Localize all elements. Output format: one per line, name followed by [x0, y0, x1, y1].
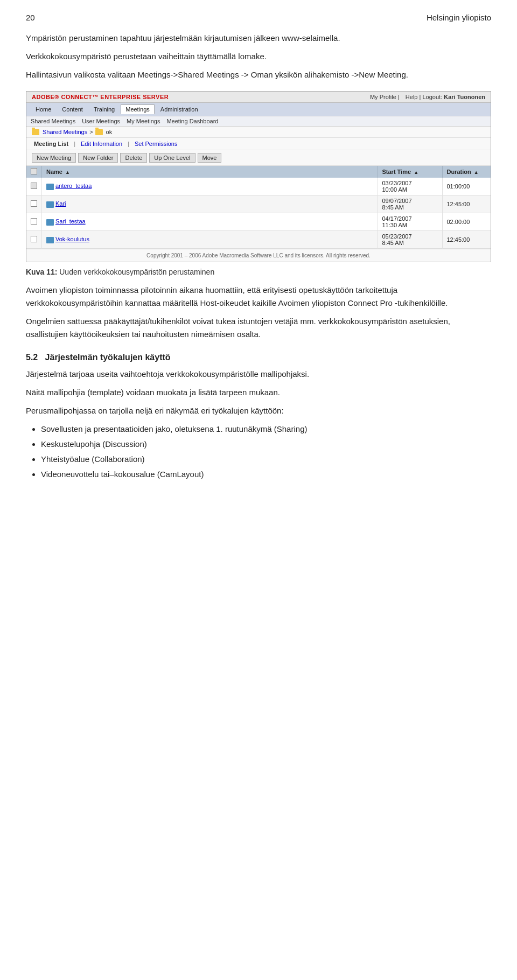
btn-up-one-level[interactable]: Up One Level: [149, 153, 195, 163]
caption-label: Kuva 11:: [26, 268, 57, 276]
list-item: Yhteistyöalue (Collaboration): [41, 453, 491, 466]
section-title: Järjestelmän työkalujen käyttö: [45, 353, 171, 362]
col-start-time[interactable]: Start Time ▲: [378, 166, 442, 178]
meeting-name-link[interactable]: Kari: [55, 200, 66, 207]
breadcrumb-shared-meetings[interactable]: Shared Meetings: [43, 129, 87, 135]
nav-administration[interactable]: Administration: [156, 104, 203, 114]
section-para-2: Näitä mallipohjia (template) voidaan muo…: [26, 386, 491, 399]
meeting-duration: 12:45:00: [442, 195, 491, 213]
list-item: Sovellusten ja presentaatioiden jako, ol…: [41, 423, 491, 436]
section-para-3: Perusmallipohjassa on tarjolla neljä eri…: [26, 404, 491, 417]
nav-meetings[interactable]: Meetings: [121, 104, 155, 114]
breadcrumb: Shared Meetings > ok: [26, 127, 491, 138]
intro-para-3: Hallintasivun valikosta valitaan Meeting…: [26, 68, 491, 81]
meeting-duration: 12:45:00: [442, 231, 491, 249]
actions-bar: Meeting List | Edit Information | Set Pe…: [26, 138, 491, 150]
action-edit-information[interactable]: Edit Information: [79, 140, 124, 148]
row-checkbox[interactable]: [31, 236, 37, 242]
meeting-start-time: 05/23/2007 8:45 AM: [378, 231, 442, 249]
table-row: Sari_testaa04/17/2007 11:30 AM02:00:00: [26, 213, 491, 231]
nav-training[interactable]: Training: [89, 104, 120, 114]
folder-icon-current: [95, 129, 103, 135]
meeting-name-link[interactable]: antero_testaa: [55, 183, 92, 189]
col-checkbox: [26, 166, 42, 178]
list-item: Videoneuvottelu tai–kokousalue (CamLayou…: [41, 468, 491, 481]
toolbar: New Meeting New Folder Delete Up One Lev…: [26, 150, 491, 166]
subnav-my-meetings[interactable]: My Meetings: [127, 118, 160, 124]
meeting-icon: [46, 201, 54, 208]
meeting-icon: [46, 184, 54, 190]
ac-footer: Copyright 2001 – 2006 Adobe Macromedia S…: [26, 249, 491, 262]
btn-new-meeting[interactable]: New Meeting: [32, 153, 76, 163]
intro-para-1: Ympäristön perustaminen tapahtuu järjest…: [26, 32, 491, 45]
bullet-list: Sovellusten ja presentaatioiden jako, ol…: [41, 423, 491, 481]
university-name: Helsingin yliopisto: [427, 13, 491, 22]
action-meeting-list[interactable]: Meeting List: [32, 140, 71, 148]
ac-top-bar: ADOBE® CONNECT™ ENTERPRISE SERVER My Pro…: [26, 92, 491, 103]
row-checkbox[interactable]: [31, 183, 37, 189]
section-number: 5.2: [26, 353, 38, 362]
btn-new-folder[interactable]: New Folder: [78, 153, 118, 163]
ac-logo: ADOBE® CONNECT™ ENTERPRISE SERVER: [32, 94, 169, 100]
row-checkbox[interactable]: [31, 218, 37, 225]
section-para-1: Järjestelmä tarjoaa useita vaihtoehtoja …: [26, 368, 491, 381]
table-row: Vok-koulutus05/23/2007 8:45 AM12:45:00: [26, 231, 491, 249]
list-item: Keskustelupohja (Discussion): [41, 438, 491, 451]
col-name[interactable]: Name ▲: [42, 166, 378, 178]
intro-para-2: Verkkokokousympäristö perustetaan vaihei…: [26, 50, 491, 63]
ac-nav-bar: Home Content Training Meetings Administr…: [26, 103, 491, 116]
row-checkbox[interactable]: [31, 200, 37, 207]
meeting-start-time: 09/07/2007 8:45 AM: [378, 195, 442, 213]
caption: Kuva 11: Uuden verkkokokousympäristön pe…: [26, 268, 491, 276]
ac-top-links: My Profile | Help | Logout: Kari Tuonone…: [366, 94, 485, 100]
ac-sub-nav: Shared Meetings User Meetings My Meeting…: [26, 116, 491, 127]
caption-text: Uuden verkkokokousympäristön perustamine…: [59, 268, 214, 276]
breadcrumb-current: ok: [106, 129, 113, 135]
action-set-permissions[interactable]: Set Permissions: [132, 140, 179, 148]
meeting-name-link[interactable]: Vok-koulutus: [55, 236, 89, 242]
help-link[interactable]: Help: [406, 94, 418, 100]
nav-content[interactable]: Content: [57, 104, 88, 114]
body-para-2-3: Ongelmien sattuessa pääkäyttäjät/tukihen…: [26, 315, 491, 341]
table-row: antero_testaa03/23/2007 10:00 AM01:00:00: [26, 178, 491, 195]
username: Kari Tuononen: [444, 94, 485, 100]
select-all-checkbox[interactable]: [31, 168, 37, 174]
logout-label: Logout:: [422, 94, 442, 100]
folder-icon: [32, 129, 39, 135]
meeting-icon: [46, 219, 54, 226]
meeting-icon: [46, 237, 54, 243]
subnav-shared-meetings[interactable]: Shared Meetings: [31, 118, 75, 124]
subnav-meeting-dashboard[interactable]: Meeting Dashboard: [166, 118, 218, 124]
meeting-start-time: 03/23/2007 10:00 AM: [378, 178, 442, 195]
meeting-start-time: 04/17/2007 11:30 AM: [378, 213, 442, 231]
table-row: Kari09/07/2007 8:45 AM12:45:00: [26, 195, 491, 213]
col-duration[interactable]: Duration ▲: [442, 166, 491, 178]
section-heading: 5.2 Järjestelmän työkalujen käyttö: [26, 353, 491, 362]
page-number: 20: [26, 13, 35, 22]
body-para-1: Avoimen yliopiston toiminnassa pilotoinn…: [26, 284, 491, 310]
btn-move[interactable]: Move: [198, 153, 222, 163]
meeting-duration: 01:00:00: [442, 178, 491, 195]
meeting-name-link[interactable]: Sari_testaa: [55, 218, 86, 225]
subnav-user-meetings[interactable]: User Meetings: [82, 118, 120, 124]
screenshot-box: ADOBE® CONNECT™ ENTERPRISE SERVER My Pro…: [26, 91, 491, 262]
btn-delete[interactable]: Delete: [120, 153, 147, 163]
meeting-duration: 02:00:00: [442, 213, 491, 231]
nav-home[interactable]: Home: [31, 104, 56, 114]
my-profile-link[interactable]: My Profile: [370, 94, 396, 100]
meetings-table: Name ▲ Start Time ▲ Duration ▲ antero_te…: [26, 166, 491, 249]
